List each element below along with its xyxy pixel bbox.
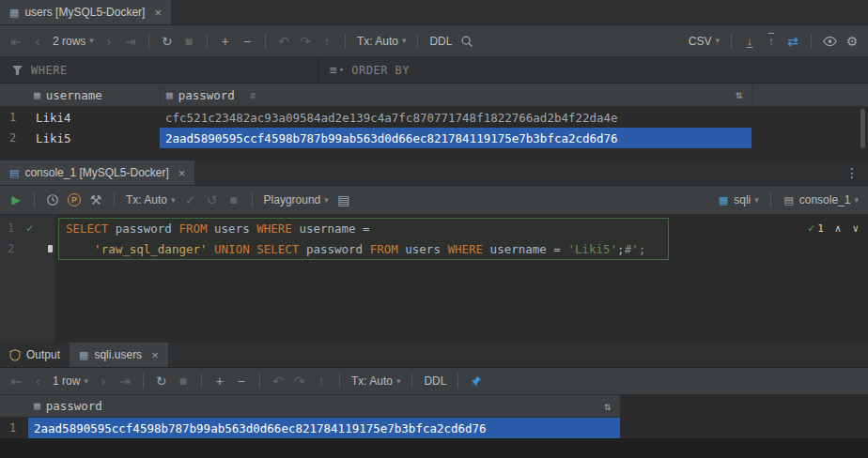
csv-format-dropdown[interactable]: CSV ▾ — [689, 35, 720, 48]
sort-toggle-icon[interactable]: ⇵ — [250, 89, 256, 101]
column-header-password[interactable]: ▦ password ⇅ — [28, 395, 620, 417]
refresh-icon[interactable]: ↻ — [155, 374, 168, 388]
order-by-filter-field[interactable]: ≡ ▾ ORDER BY — [318, 57, 421, 83]
chevron-down-icon: ▾ — [754, 196, 759, 205]
prev-statement-icon[interactable]: ∧ — [835, 222, 842, 235]
history-clock-icon[interactable] — [46, 193, 59, 206]
parameters-icon[interactable]: P — [68, 193, 81, 206]
more-options-icon[interactable]: ⋮ — [836, 165, 868, 180]
tab-users-grid[interactable]: ▦ users [MySQL5-Docker] × — [0, 0, 171, 24]
redo-icon[interactable]: ↷ — [299, 35, 312, 48]
submit-icon[interactable]: ↑ — [320, 35, 333, 48]
last-page-icon[interactable]: ⇥ — [124, 35, 137, 48]
table-icon: ▦ — [79, 350, 88, 360]
cell-password-selected[interactable]: 2aad5890595ccf4598b787b99ab563d0d66ec821… — [160, 128, 752, 148]
divider — [811, 34, 812, 49]
delete-row-icon[interactable]: − — [235, 374, 248, 388]
delete-row-icon[interactable]: − — [240, 35, 254, 48]
add-row-icon[interactable]: + — [213, 374, 226, 388]
undo-icon[interactable]: ↶ — [277, 35, 290, 48]
close-icon[interactable]: × — [178, 167, 186, 179]
sort-icon[interactable]: ⇅ — [736, 88, 742, 101]
page-size-dropdown[interactable]: 2 rows ▾ — [53, 35, 94, 48]
tools-icon[interactable]: ⚒ — [89, 193, 102, 206]
schema-dropdown[interactable]: ▦ sqli ▾ — [717, 193, 759, 206]
vertical-scrollbar[interactable] — [860, 109, 865, 148]
commit-icon[interactable]: ✓ — [184, 193, 197, 206]
settings-gear-icon[interactable]: ⚙ — [845, 35, 859, 48]
where-filter-field[interactable]: WHERE — [0, 57, 318, 83]
ddl-button[interactable]: DDL — [424, 374, 446, 388]
search-icon[interactable] — [460, 35, 473, 48]
gutter-line-1: 1 ✓ — [0, 218, 54, 238]
divider — [417, 34, 418, 49]
column-header-username[interactable]: ▦ username — [28, 84, 160, 106]
editor-line[interactable]: 2 'raw_sql_danger' UNION SELECT password… — [0, 238, 868, 259]
undo-icon[interactable]: ↶ — [271, 374, 285, 388]
fold-marker[interactable] — [48, 245, 53, 252]
first-page-icon[interactable]: ⇤ — [9, 35, 23, 48]
last-page-icon[interactable]: ⇥ — [118, 374, 132, 388]
session-dropdown[interactable]: ▤ console_1 ▾ — [783, 193, 859, 206]
add-row-icon[interactable]: + — [219, 35, 232, 48]
stop-icon[interactable]: ■ — [227, 193, 240, 206]
stop-icon[interactable]: ■ — [182, 35, 195, 48]
view-options-eye-icon[interactable] — [823, 36, 837, 47]
import-upload-icon[interactable]: ↑ — [765, 35, 778, 47]
code-line-2[interactable]: 'raw_sql_danger' UNION SELECT password F… — [54, 242, 645, 256]
cell-username[interactable]: Liki4 — [28, 107, 160, 128]
schema-icon: ▦ — [717, 195, 730, 206]
table-row[interactable]: 1 Liki4 cfc521c23482ac93a09584ad2e139c4a… — [0, 107, 868, 128]
editor-line[interactable]: 1 ✓ SELECT password FROM users WHERE use… — [0, 218, 868, 238]
export-download-icon[interactable]: ↓ — [743, 35, 756, 47]
divider — [457, 374, 458, 389]
ddl-button[interactable]: DDL — [429, 35, 452, 48]
stop-icon[interactable]: ■ — [177, 374, 190, 388]
column-header-password[interactable]: ▦ password ⇵ ⇅ — [160, 84, 752, 106]
row-number-header — [0, 395, 28, 417]
column-name: password — [46, 399, 102, 413]
refresh-icon[interactable]: ↻ — [161, 35, 174, 48]
run-play-icon[interactable]: ▶ — [9, 194, 23, 206]
sql-token — [66, 242, 94, 256]
pin-tab-icon[interactable] — [470, 375, 482, 388]
console-toolbar: ▶ P ⚒ Tx: Auto ▾ ✓ ↺ ■ Playground ▾ ▤ ▦ … — [0, 186, 868, 215]
next-page-icon[interactable]: › — [97, 374, 110, 388]
sql-editor[interactable]: 1 ✓ SELECT password FROM users WHERE use… — [0, 215, 868, 343]
close-icon[interactable]: × — [154, 7, 162, 19]
code-line-1[interactable]: SELECT password FROM users WHERE usernam… — [54, 221, 370, 236]
playground-dropdown[interactable]: Playground ▾ — [264, 193, 329, 206]
submit-icon[interactable]: ↑ — [315, 374, 328, 388]
cell-password-selected[interactable]: 2aad5890595ccf4598b787b99ab563d0d66ec821… — [28, 418, 620, 438]
tx-mode-label: Tx: Auto — [357, 35, 398, 48]
line-number: 2 — [0, 242, 21, 255]
prev-page-icon[interactable]: ‹ — [31, 35, 44, 48]
close-icon[interactable]: × — [151, 349, 159, 361]
tx-mode-dropdown[interactable]: Tx: Auto ▾ — [357, 35, 407, 48]
tabbar-spacer — [194, 160, 836, 185]
cell-password[interactable]: cfc521c23482ac93a09584ad2e139c4a7fc87077… — [160, 107, 752, 128]
tab-result-sqli-users[interactable]: ▦ sqli.users × — [70, 343, 168, 367]
next-page-icon[interactable]: › — [102, 35, 116, 48]
column-name: password — [178, 88, 235, 102]
compare-icon[interactable]: ⇄ — [786, 35, 799, 48]
order-by-label: ORDER BY — [351, 64, 410, 77]
tab-console[interactable]: ▤ console_1 [MySQL5-Docker] × — [0, 160, 194, 185]
rollback-icon[interactable]: ↺ — [206, 193, 219, 206]
redo-icon[interactable]: ↷ — [293, 374, 306, 388]
where-label: WHERE — [31, 64, 68, 77]
sort-icon[interactable]: ⇅ — [604, 400, 611, 413]
output-layout-icon[interactable]: ▤ — [337, 193, 350, 206]
next-statement-icon[interactable]: ∨ — [852, 222, 859, 235]
tx-mode-dropdown[interactable]: Tx: Auto ▾ — [351, 374, 401, 388]
first-page-icon[interactable]: ⇤ — [9, 374, 23, 388]
cell-username[interactable]: Liki5 — [28, 128, 160, 148]
header-filler — [752, 84, 868, 106]
page-size-dropdown[interactable]: 1 row ▾ — [53, 374, 88, 388]
prev-page-icon[interactable]: ‹ — [31, 374, 44, 388]
tab-output[interactable]: Output — [0, 343, 70, 367]
table-row[interactable]: 1 2aad5890595ccf4598b787b99ab563d0d66ec8… — [0, 418, 868, 438]
console-session-icon: ▤ — [783, 195, 796, 206]
tx-mode-dropdown[interactable]: Tx: Auto ▾ — [126, 193, 176, 206]
table-row[interactable]: 2 Liki5 2aad5890595ccf4598b787b99ab563d0… — [0, 128, 868, 148]
